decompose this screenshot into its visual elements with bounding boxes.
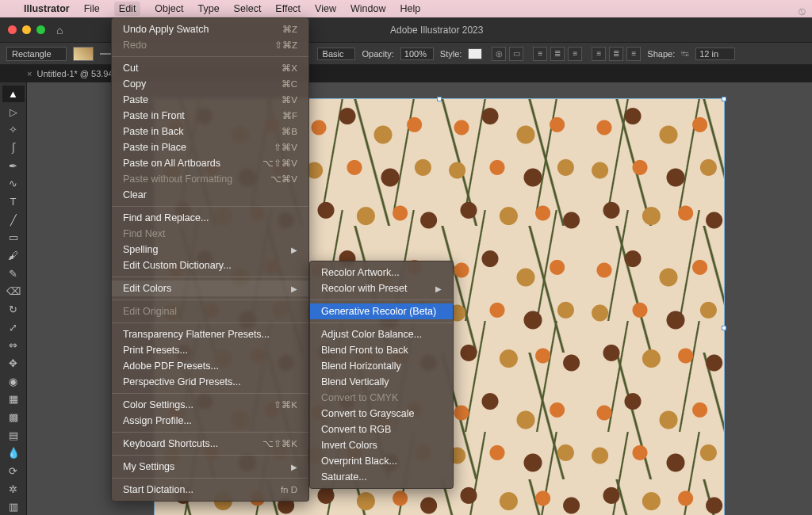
menuitem-convert-to-grayscale[interactable]: Convert to Grayscale — [310, 406, 453, 422]
rectangle-tool[interactable]: ▭ — [2, 229, 25, 246]
fill-swatch[interactable] — [73, 47, 94, 61]
window-close-button[interactable] — [8, 25, 17, 34]
menuitem-invert-colors[interactable]: Invert Colors — [310, 437, 453, 453]
shape-builder-tool[interactable]: ◉ — [2, 373, 25, 390]
menuitem-paste-in-front[interactable]: Paste in Front⌘F — [112, 108, 308, 124]
width-tool[interactable]: ⇔ — [2, 337, 25, 353]
type-tool[interactable]: T — [2, 193, 25, 210]
menuitem-saturate[interactable]: Saturate... — [310, 469, 453, 485]
menuitem-spelling[interactable]: Spelling▶ — [112, 242, 308, 258]
home-icon[interactable]: ⌂ — [56, 24, 63, 36]
menuitem-cut[interactable]: Cut⌘X — [112, 60, 308, 76]
menuitem-clear[interactable]: Clear — [112, 187, 308, 203]
selection-type-dropdown[interactable]: Rectangle — [6, 47, 67, 61]
menu-file[interactable]: File — [84, 3, 100, 14]
paintbrush-tool[interactable]: 🖌 — [2, 247, 25, 264]
menuitem-redo: Redo⇧⌘Z — [112, 37, 308, 53]
menuitem-paste[interactable]: Paste⌘V — [112, 92, 308, 108]
blend-tool[interactable]: ⟳ — [2, 463, 25, 479]
menu-effect[interactable]: Effect — [275, 3, 301, 14]
perspective-tool[interactable]: ▦ — [2, 391, 25, 407]
width-field[interactable]: 12 in — [695, 48, 735, 60]
menuitem-find-and-replace[interactable]: Find and Replace... — [112, 210, 308, 226]
menuitem-assign-profile[interactable]: Assign Profile... — [112, 413, 308, 429]
menuitem-adjust-color-balance[interactable]: Adjust Color Balance... — [310, 326, 453, 342]
menuitem-keyboard-shortcuts[interactable]: Keyboard Shortcuts...⌥⇧⌘K — [112, 436, 308, 452]
menu-separator — [112, 206, 308, 207]
menuitem-paste-in-place[interactable]: Paste in Place⇧⌘V — [112, 139, 308, 155]
curvature-tool[interactable]: ∿ — [2, 175, 25, 192]
window-maximize-button[interactable] — [36, 25, 45, 34]
gradient-tool[interactable]: ▤ — [2, 427, 25, 444]
menuitem-find-next: Find Next — [112, 226, 308, 242]
tab-close-icon[interactable]: × — [27, 69, 32, 78]
menuitem-edit-colors[interactable]: Edit Colors▶ — [112, 280, 308, 296]
recolor-icon[interactable]: ◎ — [492, 47, 506, 61]
menuitem-copy[interactable]: Copy⌘C — [112, 76, 308, 92]
lasso-tool[interactable]: ʃ — [2, 139, 25, 156]
menuitem-recolor-with-preset[interactable]: Recolor with Preset▶ — [310, 280, 453, 296]
menuitem-undo-apply-swatch[interactable]: Undo Apply Swatch⌘Z — [112, 21, 308, 37]
magic-wand-tool[interactable]: ✧ — [2, 121, 25, 138]
rotate-tool[interactable]: ↻ — [2, 301, 25, 318]
app-name[interactable]: Illustrator — [24, 3, 70, 14]
window-minimize-button[interactable] — [22, 25, 31, 34]
menuitem-convert-to-rgb[interactable]: Convert to RGB — [310, 422, 453, 437]
menu-object[interactable]: Object — [155, 3, 183, 14]
free-transform-tool[interactable]: ✥ — [2, 355, 25, 372]
menu-help[interactable]: Help — [400, 3, 420, 14]
menu-edit[interactable]: Edit — [114, 2, 141, 16]
menu-separator — [112, 455, 308, 456]
menuitem-color-settings[interactable]: Color Settings...⇧⌘K — [112, 397, 308, 413]
menuitem-blend-vertically[interactable]: Blend Vertically — [310, 374, 453, 390]
menuitem-blend-horizontally[interactable]: Blend Horizontally — [310, 358, 453, 374]
align-left-icon[interactable]: ≡ — [533, 47, 547, 61]
mesh-tool[interactable]: ▩ — [2, 409, 25, 425]
scale-tool[interactable]: ⤢ — [2, 319, 25, 336]
line-tool[interactable]: ╱ — [2, 212, 25, 228]
left-toolbar: ▲ ▷ ✧ ʃ ✒ ∿ T ╱ ▭ 🖌 ✎ ⌫ ↻ ⤢ ⇔ ✥ ◉ ▦ ▩ ▤ … — [0, 82, 27, 515]
menuitem-my-settings[interactable]: My Settings▶ — [112, 459, 308, 475]
menu-window[interactable]: Window — [350, 3, 385, 14]
align-vcenter-icon[interactable]: ≣ — [609, 47, 623, 61]
menuitem-overprint-black[interactable]: Overprint Black... — [310, 453, 453, 469]
graphic-style-swatch[interactable] — [468, 48, 482, 59]
align-doc-icon[interactable]: ▭ — [509, 47, 523, 61]
link-wh-icon[interactable]: ⭾ — [681, 49, 689, 58]
eraser-tool[interactable]: ⌫ — [2, 283, 25, 299]
align-hcenter-icon[interactable]: ≣ — [550, 47, 565, 61]
align-bottom-icon[interactable]: ≡ — [626, 47, 641, 61]
eyedropper-tool[interactable]: 💧 — [2, 444, 25, 461]
align-right-icon[interactable]: ≡ — [568, 47, 582, 61]
opacity-field[interactable]: 100% — [400, 48, 434, 60]
menuitem-blend-front-to-back[interactable]: Blend Front to Back — [310, 342, 453, 358]
direct-selection-tool[interactable]: ▷ — [2, 104, 25, 120]
menuitem-paste-on-all-artboards[interactable]: Paste on All Artboards⌥⇧⌘V — [112, 155, 308, 171]
column-graph-tool[interactable]: ▥ — [2, 498, 25, 515]
brush-definition-dropdown[interactable]: Basic — [317, 48, 356, 60]
selection-handle[interactable] — [437, 97, 442, 101]
menu-view[interactable]: View — [315, 3, 336, 14]
pen-tool[interactable]: ✒ — [2, 158, 25, 174]
selection-handle[interactable] — [722, 326, 726, 330]
menuitem-transparency-flattener-presets[interactable]: Transparency Flattener Presets... — [112, 326, 308, 342]
menuitem-edit-custom-dictionary[interactable]: Edit Custom Dictionary... — [112, 258, 308, 273]
shaper-tool[interactable]: ✎ — [2, 265, 25, 282]
selection-handle[interactable] — [722, 97, 726, 101]
menuitem-recolor-artwork[interactable]: Recolor Artwork... — [310, 265, 453, 280]
document-tab[interactable]: Untitled-1* @ 53.94 — [36, 69, 113, 78]
menu-select[interactable]: Select — [234, 3, 262, 14]
menuitem-generative-recolor-beta[interactable]: Generative Recolor (Beta) — [310, 303, 453, 319]
edit-colors-submenu: Recolor Artwork...Recolor with Preset▶Ge… — [309, 261, 454, 489]
menuitem-paste-in-back[interactable]: Paste in Back⌘B — [112, 124, 308, 139]
symbol-sprayer-tool[interactable]: ✲ — [2, 481, 25, 498]
menuitem-adobe-pdf-presets[interactable]: Adobe PDF Presets... — [112, 358, 308, 374]
menuitem-start-dictation[interactable]: Start Dictation...fn D — [112, 482, 308, 498]
menuitem-print-presets[interactable]: Print Presets... — [112, 342, 308, 358]
align-top-icon[interactable]: ≡ — [592, 47, 606, 61]
opacity-label: Opacity: — [362, 49, 393, 59]
menu-separator — [112, 393, 308, 394]
selection-tool[interactable]: ▲ — [2, 86, 25, 102]
menu-type[interactable]: Type — [198, 3, 220, 14]
menuitem-perspective-grid-presets[interactable]: Perspective Grid Presets... — [112, 374, 308, 390]
